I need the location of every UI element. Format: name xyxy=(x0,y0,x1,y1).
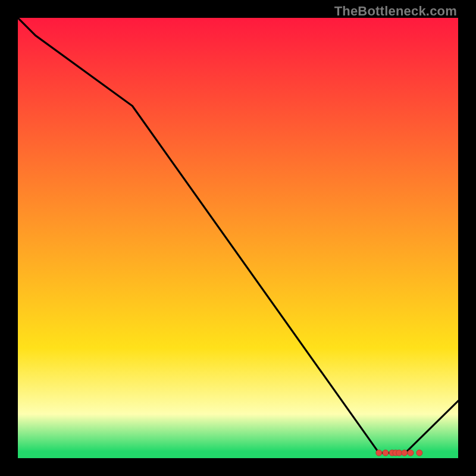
data-marker xyxy=(376,450,382,456)
marker-group xyxy=(376,450,422,456)
data-marker xyxy=(416,450,422,456)
data-marker xyxy=(383,450,389,456)
data-marker xyxy=(408,450,414,456)
watermark-text: TheBottleneck.com xyxy=(334,4,457,19)
curve-layer xyxy=(18,18,458,458)
bottleneck-curve xyxy=(18,18,458,453)
data-marker xyxy=(402,450,408,456)
chart-frame: TheBottleneck.com xyxy=(0,0,476,476)
plot-area xyxy=(18,18,458,458)
